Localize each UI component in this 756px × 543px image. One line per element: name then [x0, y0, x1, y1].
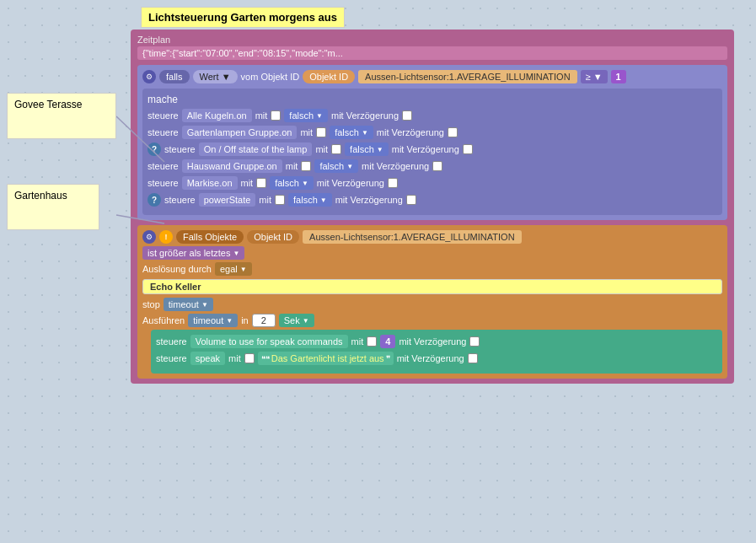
falsch-6[interactable]: falsch: [288, 193, 332, 207]
falls-objekt-id-label: Objekt ID: [303, 70, 355, 83]
ausloesung-row: Auslösung durch egal: [142, 262, 722, 276]
falls-objekte-label: Falls Objekte: [176, 230, 244, 244]
quote-open: ❝❝: [261, 354, 270, 363]
gear-icon[interactable]: ⚙: [142, 70, 156, 83]
steuere-1-item[interactable]: Alle Kugeln.on: [182, 109, 252, 122]
steuere-row-3: ? steuere On / Off state of the lamp mit…: [147, 142, 717, 156]
check-vol: [367, 336, 377, 347]
steuere-vol-item[interactable]: Volume to use for speak commands: [190, 335, 348, 348]
verz-check-2: [448, 127, 458, 137]
steuere-6-text: steuere: [164, 195, 196, 205]
steuere-4-item[interactable]: Hauswand Gruppe.on: [182, 159, 282, 173]
verz-2: mit Verzögerung: [377, 127, 444, 137]
verz-check-1: [402, 110, 412, 121]
zeitplan-value: {"time":{"start":"07:00","end":"08:15","…: [137, 46, 727, 60]
groesser-dropdown[interactable]: ist größer als letztes: [142, 246, 244, 260]
verz-6: mit Verzögerung: [335, 195, 403, 205]
tooltip-gartenhaus: Gartenhaus: [7, 184, 99, 230]
mit-1: mit: [255, 110, 268, 121]
mit-5: mit: [241, 178, 254, 188]
verz-check-6: [406, 195, 416, 205]
check-1: [271, 110, 281, 121]
groesser-row: ist größer als letztes: [142, 246, 722, 260]
falsch-3[interactable]: falsch: [345, 142, 389, 156]
in-text: in: [241, 315, 249, 325]
check-5: [256, 178, 266, 188]
title-block: Lichtsteuerung Garten morgens aus: [141, 7, 345, 28]
title-text: Lichtsteuerung Garten morgens aus: [148, 11, 337, 24]
stop-row: stop timeout: [142, 298, 722, 311]
question-icon-2: ?: [147, 193, 161, 207]
timeout-dropdown-1[interactable]: timeout: [164, 298, 213, 311]
verz-1: mit Verzögerung: [331, 110, 399, 121]
wert-pill[interactable]: Wert ▼: [193, 70, 238, 83]
verz-check-speak: [468, 353, 478, 363]
echo-row: Echo Keller: [142, 279, 722, 294]
steuere-3-item[interactable]: On / Off state of the lamp: [199, 142, 313, 156]
warning-icon: !: [159, 230, 173, 244]
num-vol: 4: [380, 335, 395, 348]
verz-speak: mit Verzögerung: [397, 353, 464, 363]
steuere-vol-text: steuere: [156, 336, 187, 347]
falls-objekte-id-value: Aussen-Lichtsensor:1.AVERAGE_ILLUMINATIO…: [303, 230, 522, 244]
stop-text: stop: [142, 299, 160, 309]
verz-4: mit Verzögerung: [362, 161, 429, 171]
vom-text: vom Objekt ID: [241, 72, 300, 82]
tooltip-govee: Govee Terasse: [7, 93, 116, 139]
steuere-speak-item[interactable]: speak: [190, 352, 225, 365]
quote-item: ❝❝ Das Gartenlicht ist jetzt aus ❞: [258, 352, 394, 365]
question-icon-1: ?: [147, 142, 161, 156]
tooltip-govee-text: Govee Terasse: [14, 99, 83, 110]
main-block: Lichtsteuerung Garten morgens aus Zeitpl…: [131, 7, 734, 384]
mit-2: mit: [300, 127, 313, 137]
falsch-2[interactable]: falsch: [330, 126, 373, 139]
mit-speak: mit: [228, 353, 241, 363]
steuere-row-1: steuere Alle Kugeln.on mit falsch mit Ve…: [147, 109, 717, 122]
steuere-2-text: steuere: [147, 127, 179, 137]
mit-6: mit: [259, 195, 271, 205]
mit-vol: mit: [351, 336, 364, 347]
verz-check-4: [432, 161, 442, 171]
ausfuehren-row: Ausführen timeout in 2 Sek: [142, 314, 722, 327]
check-4: [301, 161, 311, 171]
quote-text: Das Gartenlicht ist jetzt aus: [271, 353, 384, 363]
op-badge[interactable]: ≥ ▼: [581, 70, 608, 83]
falsch-1[interactable]: falsch: [284, 109, 328, 122]
steuere-6-item[interactable]: powerState: [199, 193, 256, 207]
steuere-row-2: steuere Gartenlampen Gruppe.on mit falsc…: [147, 126, 717, 139]
num-input[interactable]: 2: [252, 314, 276, 327]
verz-check-vol: [469, 336, 480, 347]
teal-block: steuere Volume to use for speak commands…: [151, 330, 722, 374]
falsch-5[interactable]: falsch: [270, 176, 314, 190]
verz-vol: mit Verzögerung: [399, 336, 466, 347]
falls-number: 1: [611, 70, 626, 83]
sek-dropdown[interactable]: Sek: [279, 314, 314, 327]
mit-3: mit: [315, 144, 328, 154]
steuere-3-text: steuere: [164, 144, 196, 154]
verz-5: mit Verzögerung: [317, 178, 384, 188]
check-speak: [244, 353, 255, 363]
objekt-id-label: Objekt ID: [247, 230, 299, 244]
falls-objekt-value: Aussen-Lichtsensor:1.AVERAGE_ILLUMINATIO…: [358, 70, 577, 83]
echo-badge: Echo Keller: [142, 279, 722, 294]
falls-objekte-header: ⚙ ! Falls Objekte Objekt ID Aussen-Licht…: [142, 230, 722, 244]
ausfuehren-text: Ausführen: [142, 315, 185, 325]
mit-4: mit: [286, 161, 298, 171]
mache-block: mache steuere Alle Kugeln.on mit falsch …: [142, 89, 722, 215]
steuere-2-item[interactable]: Gartenlampen Gruppe.on: [182, 126, 298, 139]
falls-label: falls: [159, 70, 190, 83]
quote-close: ❞: [386, 354, 390, 363]
zeitplan-block: Zeitplan {"time":{"start":"07:00","end":…: [131, 30, 734, 384]
zeitplan-label: Zeitplan: [137, 35, 727, 45]
tooltip-gartenhaus-text: Gartenhaus: [14, 190, 67, 202]
egal-dropdown[interactable]: egal: [215, 262, 252, 276]
timeout-dropdown-2[interactable]: timeout: [188, 314, 238, 327]
steuere-row-6: ? steuere powerState mit falsch mit Verz…: [147, 193, 717, 207]
gear-icon-2[interactable]: ⚙: [142, 230, 156, 244]
verz-3: mit Verzögerung: [392, 144, 459, 154]
steuere-5-item[interactable]: Markise.on: [182, 176, 238, 190]
falsch-4[interactable]: falsch: [314, 159, 358, 173]
ausloesung-text: Auslösung durch: [142, 264, 212, 274]
steuere-speak-row: steuere speak mit ❝❝ Das Gartenlicht ist…: [156, 352, 717, 365]
falls-objekte-block: ⚙ ! Falls Objekte Objekt ID Aussen-Licht…: [137, 225, 727, 379]
